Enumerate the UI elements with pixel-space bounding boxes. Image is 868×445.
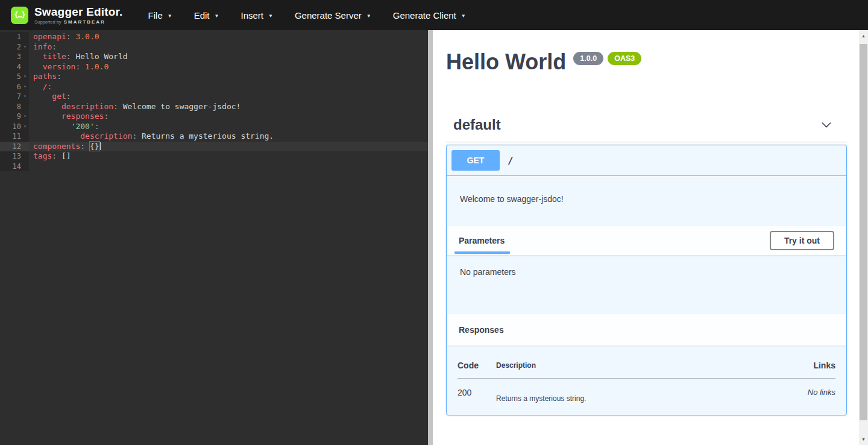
- menu-generate-server-label: Generate Server: [295, 10, 362, 21]
- code-line[interactable]: 9▾ responses:: [0, 112, 428, 122]
- fold-spacer: [21, 32, 29, 42]
- code-line[interactable]: 7▾ get:: [0, 92, 428, 102]
- line-number: 1: [0, 32, 21, 42]
- pane-splitter[interactable]: [428, 30, 433, 445]
- operation-description: Welcome to swagger-jsdoc!: [447, 176, 846, 226]
- menu-edit-label: Edit: [194, 10, 210, 21]
- code-text[interactable]: tags: []: [29, 151, 428, 162]
- code-text[interactable]: get:: [29, 92, 428, 102]
- api-docs-preview: Hello World 1.0.0 OAS3 default GET / Wel…: [433, 30, 868, 445]
- gutter-cell: 13: [0, 151, 29, 162]
- line-number: 4: [0, 62, 21, 72]
- code-line[interactable]: 14: [0, 162, 428, 172]
- swagger-editor-logo[interactable]: {…} Swagger Editor. Supported by SMARTBE…: [11, 6, 123, 25]
- chevron-down-icon[interactable]: [820, 119, 832, 131]
- menu-generate-server[interactable]: Generate Server ▼: [284, 0, 382, 30]
- code-text[interactable]: description: Returns a mysterious string…: [29, 131, 428, 142]
- oas3-badge: OAS3: [608, 52, 641, 65]
- preview-scrollbar[interactable]: ▲ ▼: [859, 30, 868, 445]
- gutter-cell: 14: [0, 162, 29, 172]
- text-cursor: [99, 142, 101, 150]
- code-text[interactable]: [29, 162, 428, 172]
- try-it-out-button[interactable]: Try it out: [770, 231, 834, 250]
- fold-spacer: [21, 142, 29, 152]
- version-badge: 1.0.0: [573, 52, 603, 65]
- tag-name: default: [453, 116, 501, 133]
- response-description: Returns a mysterious string.: [496, 379, 769, 403]
- gutter-cell: 3: [0, 52, 29, 62]
- fold-toggle-icon[interactable]: ▾: [21, 112, 29, 122]
- fold-spacer: [21, 102, 29, 112]
- code-text[interactable]: version: 1.0.0: [29, 62, 428, 72]
- code-line[interactable]: 5▾paths:: [0, 72, 428, 82]
- gutter-cell: 7▾: [0, 92, 29, 102]
- code-text[interactable]: '200':: [29, 122, 428, 132]
- fold-spacer: [21, 62, 29, 72]
- response-code: 200: [458, 379, 496, 403]
- gutter-cell: 5▾: [0, 72, 29, 82]
- menu-insert-label: Insert: [241, 10, 263, 21]
- code-text[interactable]: title: Hello World: [29, 52, 428, 62]
- code-text[interactable]: info:: [29, 42, 428, 52]
- tag-section-default[interactable]: default: [446, 116, 847, 142]
- menubar: File ▼ Edit ▼ Insert ▼ Generate Server ▼…: [137, 0, 477, 30]
- code-text[interactable]: openapi: 3.0.0: [29, 32, 428, 42]
- code-line[interactable]: 12components: {}: [0, 142, 428, 152]
- menu-generate-client-label: Generate Client: [393, 10, 456, 21]
- code-text[interactable]: components: {}: [29, 142, 428, 152]
- yaml-editor[interactable]: 1openapi: 3.0.02▾info:3 title: Hello Wor…: [0, 30, 428, 445]
- caret-down-icon: ▼: [366, 12, 371, 19]
- line-number: 13: [0, 151, 21, 162]
- code-line[interactable]: 4 version: 1.0.0: [0, 62, 428, 72]
- smartbear-brand: SMARTBEAR: [64, 19, 105, 25]
- fold-spacer: [21, 162, 29, 172]
- line-number: 7: [0, 92, 21, 102]
- line-number: 9: [0, 112, 21, 122]
- col-header-code: Code: [458, 361, 496, 379]
- code-line[interactable]: 6▾ /:: [0, 82, 428, 92]
- fold-toggle-icon[interactable]: ▾: [21, 42, 29, 52]
- fold-toggle-icon[interactable]: ▾: [21, 72, 29, 82]
- scroll-up-icon[interactable]: ▲: [859, 31, 868, 40]
- line-number: 3: [0, 52, 21, 62]
- code-text[interactable]: responses:: [29, 112, 428, 122]
- response-links: No links: [769, 379, 835, 403]
- gutter-cell: 11: [0, 131, 29, 142]
- gutter-cell: 10▾: [0, 122, 29, 132]
- code-line[interactable]: 10▾ '200':: [0, 122, 428, 132]
- code-line[interactable]: 2▾info:: [0, 42, 428, 52]
- gutter-cell: 6▾: [0, 82, 29, 92]
- http-method-badge: GET: [451, 150, 500, 171]
- fold-spacer: [21, 151, 29, 162]
- code-text[interactable]: paths:: [29, 72, 428, 82]
- opblock-get: GET / Welcome to swagger-jsdoc! Paramete…: [446, 145, 847, 415]
- code-line[interactable]: 8 description: Welcome to swagger-jsdoc!: [0, 102, 428, 112]
- fold-toggle-icon[interactable]: ▾: [21, 122, 29, 132]
- code-line[interactable]: 13tags: []: [0, 151, 428, 162]
- caret-down-icon: ▼: [268, 12, 273, 19]
- topbar: {…} Swagger Editor. Supported by SMARTBE…: [0, 0, 868, 30]
- line-number: 14: [0, 162, 21, 172]
- fold-toggle-icon[interactable]: ▾: [21, 92, 29, 102]
- scroll-down-icon[interactable]: ▼: [859, 435, 868, 444]
- api-title: Hello World: [446, 49, 566, 75]
- responses-title: Responses: [459, 325, 504, 335]
- menu-edit[interactable]: Edit ▼: [183, 0, 230, 30]
- menu-generate-client[interactable]: Generate Client ▼: [382, 0, 477, 30]
- responses-table-header-row: Code Description Links: [458, 361, 835, 379]
- operation-summary[interactable]: GET /: [447, 145, 846, 176]
- scrollbar-thumb[interactable]: [860, 44, 867, 420]
- code-text[interactable]: description: Welcome to swagger-jsdoc!: [29, 102, 428, 112]
- menu-insert[interactable]: Insert ▼: [230, 0, 283, 30]
- menu-file[interactable]: File ▼: [137, 0, 183, 30]
- menu-file-label: File: [148, 10, 163, 21]
- tab-parameters[interactable]: Parameters: [459, 236, 505, 245]
- code-line[interactable]: 11 description: Returns a mysterious str…: [0, 131, 428, 142]
- code-text[interactable]: /:: [29, 82, 428, 92]
- fold-toggle-icon[interactable]: ▾: [21, 82, 29, 92]
- code-line[interactable]: 3 title: Hello World: [0, 52, 428, 62]
- no-parameters-message: No parameters: [447, 255, 846, 314]
- code-line[interactable]: 1openapi: 3.0.0: [0, 32, 428, 42]
- responses-table-wrapper: Code Description Links 200 Returns a mys…: [447, 346, 846, 415]
- line-number: 11: [0, 131, 21, 142]
